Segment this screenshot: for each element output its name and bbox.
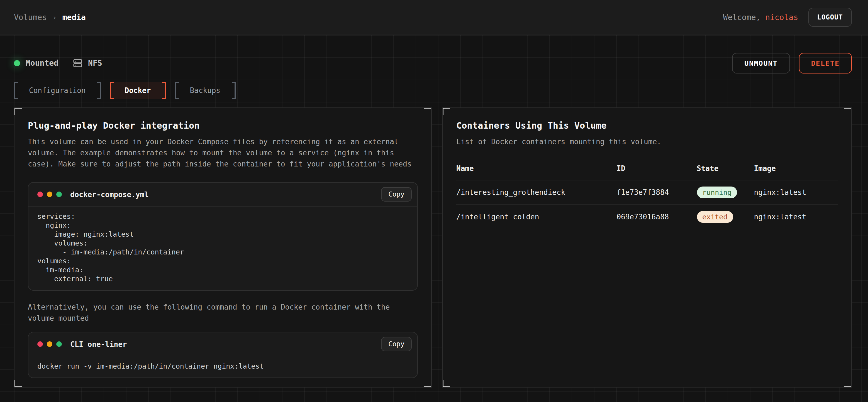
container-name: /interesting_grothendieck (456, 180, 616, 205)
panel-corner (442, 107, 450, 115)
volume-actions: UNMOUNT DELETE (732, 53, 852, 73)
table-row: /interesting_grothendieck f1e73e7f3884 r… (456, 180, 838, 205)
container-image: nginx:latest (754, 180, 838, 205)
tab-bracket-right (97, 82, 101, 99)
cli-copy-button[interactable]: Copy (381, 337, 412, 351)
tab-configuration-label: Configuration (18, 82, 97, 99)
welcome-prefix: Welcome, (723, 13, 766, 22)
breadcrumb-volumes-link[interactable]: Volumes (14, 13, 47, 22)
tab-bracket-left (175, 82, 179, 99)
docker-integration-panel: Plug-and-play Docker integration This vo… (14, 107, 432, 388)
cli-intro-text: Alternatively, you can use the following… (28, 302, 418, 324)
cli-code-block: CLI one-liner Copy docker run -v im-medi… (28, 332, 418, 378)
traffic-light-amber-icon (47, 192, 52, 197)
mounted-badge: Mounted (14, 59, 59, 67)
traffic-lights-icon (37, 192, 62, 197)
containers-panel: Containers Using This Volume List of Doc… (442, 107, 852, 388)
delete-button[interactable]: DELETE (799, 53, 852, 73)
tab-docker[interactable]: Docker (110, 82, 166, 99)
containers-table-header-row: Name ID State Image (456, 164, 838, 180)
traffic-light-red-icon (37, 192, 43, 197)
unmount-button[interactable]: UNMOUNT (732, 53, 790, 73)
cli-code-text: docker run -v im-media:/path/in/containe… (37, 362, 408, 371)
tab-bar: Configuration Docker Backups (14, 82, 852, 99)
tab-docker-label: Docker (114, 82, 162, 99)
panels-row: Plug-and-play Docker integration This vo… (14, 107, 852, 388)
nfs-badge: NFS (73, 58, 102, 68)
docker-panel-title: Plug-and-play Docker integration (28, 120, 418, 131)
status-badge: running (697, 187, 737, 198)
containers-panel-subtitle: List of Docker containers mounting this … (456, 136, 838, 147)
tab-backups[interactable]: Backups (175, 82, 236, 99)
welcome-text: Welcome, nicolas (723, 13, 798, 22)
compose-copy-button[interactable]: Copy (381, 187, 412, 202)
container-image: nginx:latest (754, 205, 838, 229)
tab-bracket-left (14, 82, 18, 99)
breadcrumb-current: media (62, 13, 86, 22)
breadcrumb: Volumes › media (14, 13, 86, 22)
tab-backups-label: Backups (179, 82, 231, 99)
compose-code-header: docker-compose.yml Copy (28, 182, 417, 206)
panel-corner (14, 107, 22, 115)
container-name: /intelligent_colden (456, 205, 616, 229)
table-row: /intelligent_colden 069e73016a88 exited … (456, 205, 838, 229)
compose-code-block: docker-compose.yml Copy services: nginx:… (28, 182, 418, 291)
panel-corner (442, 380, 450, 388)
status-badge: exited (697, 211, 733, 223)
traffic-light-green-icon (56, 341, 62, 347)
status-row: Mounted NFS UNMOUNT DELETE (14, 35, 852, 73)
containers-panel-title: Containers Using This Volume (456, 120, 838, 131)
mounted-label: Mounted (26, 59, 59, 67)
cli-code-body: docker run -v im-media:/path/in/containe… (28, 356, 417, 377)
panel-corner (424, 107, 432, 115)
column-header-state: State (697, 164, 754, 180)
main-content: Mounted NFS UNMOUNT DELETE (0, 35, 868, 402)
compose-code-body: services: nginx: image: nginx:latest vol… (28, 206, 417, 290)
cli-title: CLI one-liner (70, 340, 381, 348)
mounted-status-dot-icon (14, 60, 20, 66)
breadcrumb-chevron-icon: › (52, 13, 57, 22)
traffic-lights-icon (37, 341, 62, 347)
column-header-name: Name (456, 164, 616, 180)
status-badges: Mounted NFS (14, 58, 102, 68)
server-icon (73, 58, 83, 68)
top-bar: Volumes › media Welcome, nicolas LOGOUT (0, 0, 868, 35)
topbar-right: Welcome, nicolas LOGOUT (723, 8, 852, 27)
cli-code-header: CLI one-liner Copy (28, 332, 417, 356)
panel-corner (14, 380, 22, 388)
tab-bracket-left (110, 82, 114, 99)
username: nicolas (765, 13, 798, 22)
tab-bracket-right (231, 82, 236, 99)
logout-button[interactable]: LOGOUT (808, 8, 852, 27)
compose-filename: docker-compose.yml (70, 190, 381, 199)
traffic-light-amber-icon (47, 341, 52, 347)
panel-corner (844, 380, 852, 388)
tab-configuration[interactable]: Configuration (14, 82, 101, 99)
container-id: f1e73e7f3884 (616, 180, 697, 205)
panel-corner (424, 380, 432, 388)
column-header-id: ID (616, 164, 697, 180)
container-id: 069e73016a88 (616, 205, 697, 229)
containers-table: Name ID State Image /interesting_grothen… (456, 164, 838, 229)
nfs-label: NFS (88, 59, 102, 67)
traffic-light-green-icon (56, 192, 62, 197)
compose-code-text: services: nginx: image: nginx:latest vol… (37, 212, 408, 283)
app-viewport: Volumes › media Welcome, nicolas LOGOUT … (0, 0, 868, 402)
traffic-light-red-icon (37, 341, 43, 347)
panel-corner (844, 107, 852, 115)
tab-bracket-right (162, 82, 166, 99)
column-header-image: Image (754, 164, 838, 180)
docker-panel-description: This volume can be used in your Docker C… (28, 136, 418, 170)
